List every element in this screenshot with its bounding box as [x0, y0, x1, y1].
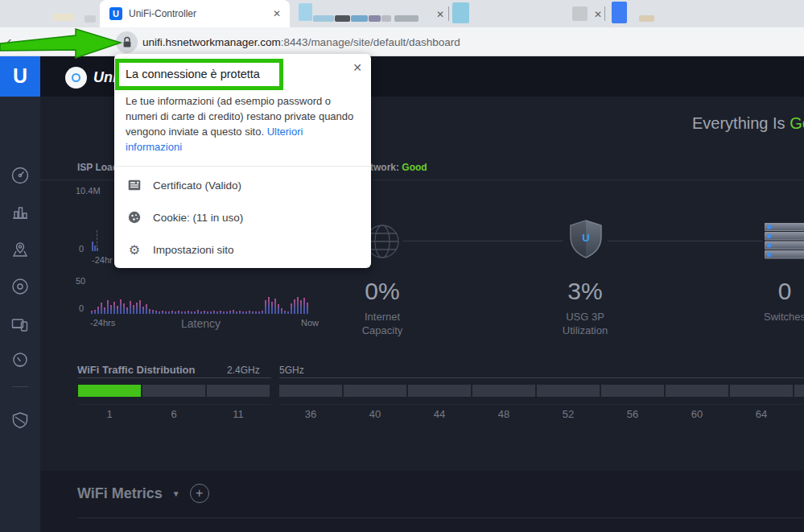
redacted-tab-content	[369, 15, 381, 22]
latency-bar	[220, 311, 221, 314]
latency-bar	[258, 311, 260, 314]
redacted-tab-content	[639, 15, 654, 22]
popup-menu-item[interactable]: ⚙Impostazioni sito	[114, 233, 371, 266]
latency-bar	[307, 303, 308, 314]
isp-ymin-label: 0	[79, 244, 84, 254]
latency-bar	[287, 311, 289, 314]
latency-chart-title: Latency	[181, 317, 221, 330]
latency-bar	[284, 311, 286, 314]
close-icon[interactable]: ✕	[350, 60, 365, 75]
stat-usg-utilization: 3% USG 3PUtilization	[541, 278, 629, 337]
annotation-highlight-box	[115, 59, 283, 90]
latency-bar	[294, 299, 295, 314]
redacted-tab-content	[351, 15, 368, 22]
band-rule	[279, 404, 804, 405]
channel-label: 52	[563, 408, 574, 420]
devices-icon[interactable]	[10, 277, 30, 296]
tab-unifi-controller[interactable]: U UniFi-Controller ✕	[100, 0, 290, 27]
channel-label: 64	[756, 408, 767, 420]
latency-bar	[120, 299, 122, 314]
latency-bar	[265, 300, 266, 314]
popup-menu-label: Impostazioni sito	[153, 244, 234, 256]
latency-bar	[130, 301, 131, 314]
band-rule	[78, 377, 271, 378]
latency-bar	[255, 311, 257, 314]
latency-bar	[242, 311, 244, 314]
channel-segment-40	[344, 385, 406, 397]
url-host: unifi.hsnetworkmanager.com	[142, 36, 281, 48]
latency-xstart-label: -24hrs	[90, 318, 115, 328]
channel-label: 6	[171, 408, 176, 420]
latency-bar	[236, 311, 237, 314]
latency-bar	[268, 297, 270, 314]
tab-close-icon[interactable]: ✕	[270, 7, 283, 20]
popup-menu-item[interactable]: Cookie: (11 in uso)	[114, 201, 371, 233]
cookie-icon	[127, 210, 142, 225]
clients-icon[interactable]	[10, 315, 30, 334]
latency-bar	[191, 311, 192, 314]
latency-bar	[216, 311, 218, 314]
chevron-down-icon[interactable]: ▼	[172, 489, 180, 498]
statistics-icon[interactable]	[10, 203, 30, 222]
latency-bar	[204, 311, 205, 314]
metrics-divider	[77, 518, 804, 518]
band-24ghz-label: 2.4GHz	[227, 365, 260, 376]
latency-bar	[233, 310, 234, 314]
browser-tab-strip: U UniFi-Controller ✕ ✕ ✕	[0, 0, 804, 27]
latency-bar	[117, 306, 118, 314]
map-icon[interactable]	[10, 240, 30, 259]
controller-brand-text: Uni	[93, 69, 117, 86]
latency-bar	[223, 311, 225, 314]
latency-bar	[239, 311, 241, 314]
latency-bar	[133, 305, 134, 314]
add-metric-button[interactable]: +	[190, 484, 209, 503]
redacted-tab-content	[85, 15, 96, 23]
annotation-arrow	[0, 24, 129, 66]
latency-bar	[171, 311, 173, 314]
latency-bar	[110, 305, 112, 314]
latency-bar	[159, 311, 160, 314]
screenshot-stage: U UniFi-Controller ✕ ✕ ✕ ‹ unifi.hsnet	[0, 0, 804, 532]
channel-segment-36	[279, 385, 342, 397]
latency-bar	[281, 308, 282, 314]
latency-bar	[245, 311, 247, 314]
popup-menu-item[interactable]: Certificato (Valido)	[114, 169, 371, 201]
stat-internet-capacity: 0% InternetCapacity	[338, 278, 427, 337]
latency-bar	[274, 299, 276, 314]
stat-switches: 0 Switches	[740, 278, 804, 324]
dashboard-icon[interactable]	[10, 166, 30, 185]
certificate-icon	[127, 178, 142, 192]
channel-segment-52	[537, 385, 600, 397]
band-5ghz-label: 5GHz	[279, 365, 304, 376]
latency-bar	[200, 311, 202, 314]
isp-ymax-label: 10.4M	[76, 186, 101, 196]
tab-close-icon[interactable]: ✕	[434, 8, 447, 21]
wifi-metrics-dropdown[interactable]: WiFi Metrics	[77, 485, 163, 502]
popup-menu: Certificato (Valido)Cookie: (11 in uso)⚙…	[114, 169, 371, 266]
everything-is-good-headline: Everything Is Good	[692, 114, 804, 133]
popup-body-text: Le tue informazioni (ad esempio password…	[126, 93, 362, 155]
latency-bar	[136, 303, 138, 314]
latency-bar	[300, 300, 302, 314]
latency-bar	[107, 300, 109, 314]
latency-bar	[152, 310, 154, 314]
redacted-tab-content	[394, 15, 418, 22]
redacted-favicon	[612, 2, 627, 23]
channel-label: 1	[106, 408, 112, 420]
latency-bar	[139, 300, 141, 314]
channel-label: 11	[233, 408, 244, 420]
headline-status: Good	[790, 114, 804, 132]
sidebar: U	[0, 56, 40, 532]
topology-connector	[402, 241, 563, 241]
channel-segment-44	[408, 385, 471, 397]
channel-segment-partial	[794, 385, 804, 397]
tab-title: UniFi-Controller	[129, 8, 196, 19]
channel-segment-64	[730, 385, 793, 397]
address-bar[interactable]: unifi.hsnetworkmanager.com:8443/manage/s…	[142, 36, 460, 48]
insights-icon[interactable]	[10, 351, 30, 370]
latency-bar	[178, 311, 179, 314]
tab-close-icon[interactable]: ✕	[592, 8, 604, 21]
stat-value: 0%	[338, 278, 427, 305]
shield-settings-icon[interactable]	[10, 410, 30, 430]
channel-fill	[78, 385, 141, 397]
